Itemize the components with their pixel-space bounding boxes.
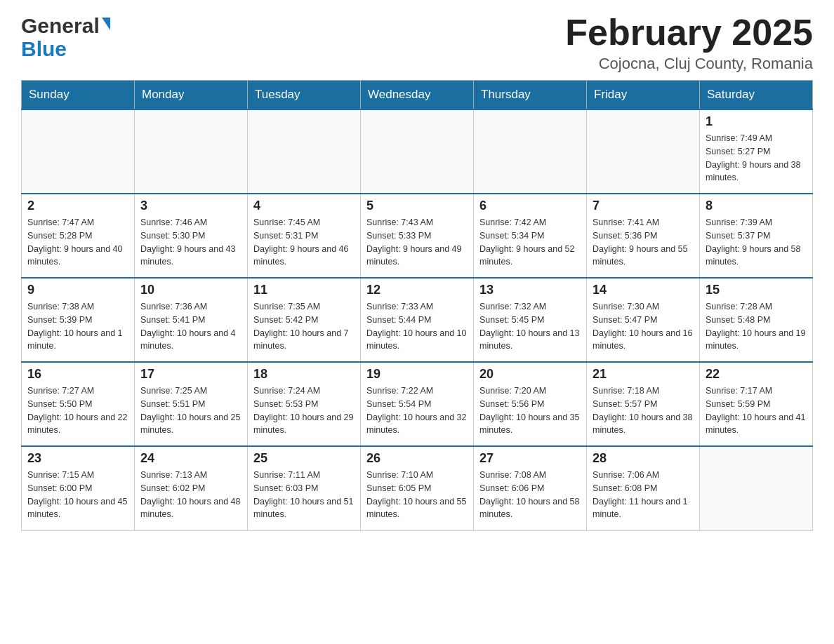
calendar-cell: 28Sunrise: 7:06 AM Sunset: 6:08 PM Dayli…	[587, 446, 700, 530]
calendar-cell	[700, 446, 813, 530]
calendar-cell: 25Sunrise: 7:11 AM Sunset: 6:03 PM Dayli…	[248, 446, 361, 530]
calendar-cell: 23Sunrise: 7:15 AM Sunset: 6:00 PM Dayli…	[22, 446, 135, 530]
day-number: 5	[366, 199, 468, 213]
calendar-header-tuesday: Tuesday	[248, 81, 361, 110]
calendar-cell: 21Sunrise: 7:18 AM Sunset: 5:57 PM Dayli…	[587, 362, 700, 446]
calendar-cell: 19Sunrise: 7:22 AM Sunset: 5:54 PM Dayli…	[361, 362, 474, 446]
calendar-cell: 5Sunrise: 7:43 AM Sunset: 5:33 PM Daylig…	[361, 194, 474, 278]
logo-general-text: General	[21, 14, 100, 37]
day-info: Sunrise: 7:15 AM Sunset: 6:00 PM Dayligh…	[27, 469, 128, 521]
week-row-1: 1Sunrise: 7:49 AM Sunset: 5:27 PM Daylig…	[22, 109, 813, 194]
calendar-cell: 7Sunrise: 7:41 AM Sunset: 5:36 PM Daylig…	[587, 194, 700, 278]
week-row-5: 23Sunrise: 7:15 AM Sunset: 6:00 PM Dayli…	[22, 446, 813, 530]
day-info: Sunrise: 7:42 AM Sunset: 5:34 PM Dayligh…	[479, 216, 581, 269]
day-number: 27	[479, 451, 581, 466]
week-row-2: 2Sunrise: 7:47 AM Sunset: 5:28 PM Daylig…	[22, 194, 813, 278]
day-number: 15	[706, 283, 807, 297]
day-info: Sunrise: 7:38 AM Sunset: 5:39 PM Dayligh…	[27, 300, 128, 353]
calendar-cell: 4Sunrise: 7:45 AM Sunset: 5:31 PM Daylig…	[248, 194, 361, 278]
day-number: 25	[253, 451, 355, 466]
logo-blue-text: Blue	[21, 37, 67, 60]
calendar-table: SundayMondayTuesdayWednesdayThursdayFrid…	[21, 80, 813, 531]
day-number: 26	[366, 451, 468, 466]
calendar-cell	[587, 109, 700, 194]
calendar-cell: 14Sunrise: 7:30 AM Sunset: 5:47 PM Dayli…	[587, 278, 700, 362]
calendar-cell: 26Sunrise: 7:10 AM Sunset: 6:05 PM Dayli…	[361, 446, 474, 530]
day-number: 8	[706, 199, 807, 213]
calendar-cell: 9Sunrise: 7:38 AM Sunset: 5:39 PM Daylig…	[22, 278, 135, 362]
day-info: Sunrise: 7:45 AM Sunset: 5:31 PM Dayligh…	[253, 216, 355, 269]
calendar-header-row: SundayMondayTuesdayWednesdayThursdayFrid…	[22, 81, 813, 110]
day-number: 10	[140, 283, 241, 297]
page-subtitle: Cojocna, Cluj County, Romania	[565, 55, 813, 73]
title-block: February 2025 Cojocna, Cluj County, Roma…	[565, 14, 813, 73]
day-info: Sunrise: 7:08 AM Sunset: 6:06 PM Dayligh…	[479, 469, 581, 521]
day-number: 11	[253, 283, 355, 297]
day-number: 22	[706, 367, 807, 382]
day-info: Sunrise: 7:24 AM Sunset: 5:53 PM Dayligh…	[253, 384, 355, 437]
day-number: 6	[479, 199, 581, 213]
day-number: 13	[479, 283, 581, 297]
day-number: 9	[27, 283, 128, 297]
calendar-cell: 18Sunrise: 7:24 AM Sunset: 5:53 PM Dayli…	[248, 362, 361, 446]
calendar-cell: 12Sunrise: 7:33 AM Sunset: 5:44 PM Dayli…	[361, 278, 474, 362]
day-info: Sunrise: 7:30 AM Sunset: 5:47 PM Dayligh…	[593, 300, 694, 353]
calendar-header-friday: Friday	[587, 81, 700, 110]
day-number: 17	[140, 367, 241, 382]
calendar-cell: 11Sunrise: 7:35 AM Sunset: 5:42 PM Dayli…	[248, 278, 361, 362]
page-title: February 2025	[565, 14, 813, 51]
calendar-header-sunday: Sunday	[22, 81, 135, 110]
logo: General Blue	[21, 14, 110, 60]
day-number: 20	[479, 367, 581, 382]
day-info: Sunrise: 7:25 AM Sunset: 5:51 PM Dayligh…	[140, 384, 241, 437]
calendar-cell	[248, 109, 361, 194]
day-info: Sunrise: 7:10 AM Sunset: 6:05 PM Dayligh…	[366, 469, 468, 521]
logo-arrow-icon	[102, 18, 110, 30]
week-row-3: 9Sunrise: 7:38 AM Sunset: 5:39 PM Daylig…	[22, 278, 813, 362]
day-number: 19	[366, 367, 468, 382]
calendar-cell: 27Sunrise: 7:08 AM Sunset: 6:06 PM Dayli…	[474, 446, 587, 530]
day-number: 18	[253, 367, 355, 382]
calendar-cell: 20Sunrise: 7:20 AM Sunset: 5:56 PM Dayli…	[474, 362, 587, 446]
day-info: Sunrise: 7:33 AM Sunset: 5:44 PM Dayligh…	[366, 300, 468, 353]
day-number: 21	[593, 367, 694, 382]
day-number: 12	[366, 283, 468, 297]
day-info: Sunrise: 7:13 AM Sunset: 6:02 PM Dayligh…	[140, 469, 241, 521]
calendar-header-saturday: Saturday	[700, 81, 813, 110]
calendar-cell	[135, 109, 248, 194]
calendar-cell: 13Sunrise: 7:32 AM Sunset: 5:45 PM Dayli…	[474, 278, 587, 362]
day-info: Sunrise: 7:39 AM Sunset: 5:37 PM Dayligh…	[706, 216, 807, 269]
day-info: Sunrise: 7:18 AM Sunset: 5:57 PM Dayligh…	[593, 384, 694, 437]
day-number: 14	[593, 283, 694, 297]
calendar-cell: 22Sunrise: 7:17 AM Sunset: 5:59 PM Dayli…	[700, 362, 813, 446]
day-info: Sunrise: 7:36 AM Sunset: 5:41 PM Dayligh…	[140, 300, 241, 353]
day-info: Sunrise: 7:06 AM Sunset: 6:08 PM Dayligh…	[593, 469, 694, 521]
day-info: Sunrise: 7:43 AM Sunset: 5:33 PM Dayligh…	[366, 216, 468, 269]
day-number: 3	[140, 199, 241, 213]
day-info: Sunrise: 7:22 AM Sunset: 5:54 PM Dayligh…	[366, 384, 468, 437]
day-number: 1	[706, 114, 807, 129]
calendar-cell: 24Sunrise: 7:13 AM Sunset: 6:02 PM Dayli…	[135, 446, 248, 530]
calendar-cell: 6Sunrise: 7:42 AM Sunset: 5:34 PM Daylig…	[474, 194, 587, 278]
day-info: Sunrise: 7:49 AM Sunset: 5:27 PM Dayligh…	[706, 132, 807, 185]
calendar-header-monday: Monday	[135, 81, 248, 110]
calendar-cell: 15Sunrise: 7:28 AM Sunset: 5:48 PM Dayli…	[700, 278, 813, 362]
day-number: 7	[593, 199, 694, 213]
calendar-cell: 10Sunrise: 7:36 AM Sunset: 5:41 PM Dayli…	[135, 278, 248, 362]
day-info: Sunrise: 7:32 AM Sunset: 5:45 PM Dayligh…	[479, 300, 581, 353]
day-number: 16	[27, 367, 128, 382]
calendar-cell	[361, 109, 474, 194]
day-info: Sunrise: 7:41 AM Sunset: 5:36 PM Dayligh…	[593, 216, 694, 269]
day-info: Sunrise: 7:35 AM Sunset: 5:42 PM Dayligh…	[253, 300, 355, 353]
calendar-cell: 8Sunrise: 7:39 AM Sunset: 5:37 PM Daylig…	[700, 194, 813, 278]
calendar-header-wednesday: Wednesday	[361, 81, 474, 110]
day-info: Sunrise: 7:46 AM Sunset: 5:30 PM Dayligh…	[140, 216, 241, 269]
page-header: General Blue February 2025 Cojocna, Cluj…	[21, 14, 813, 73]
calendar-cell: 2Sunrise: 7:47 AM Sunset: 5:28 PM Daylig…	[22, 194, 135, 278]
calendar-cell: 3Sunrise: 7:46 AM Sunset: 5:30 PM Daylig…	[135, 194, 248, 278]
day-number: 4	[253, 199, 355, 213]
day-number: 28	[593, 451, 694, 466]
day-info: Sunrise: 7:27 AM Sunset: 5:50 PM Dayligh…	[27, 384, 128, 437]
calendar-cell	[474, 109, 587, 194]
day-info: Sunrise: 7:28 AM Sunset: 5:48 PM Dayligh…	[706, 300, 807, 353]
